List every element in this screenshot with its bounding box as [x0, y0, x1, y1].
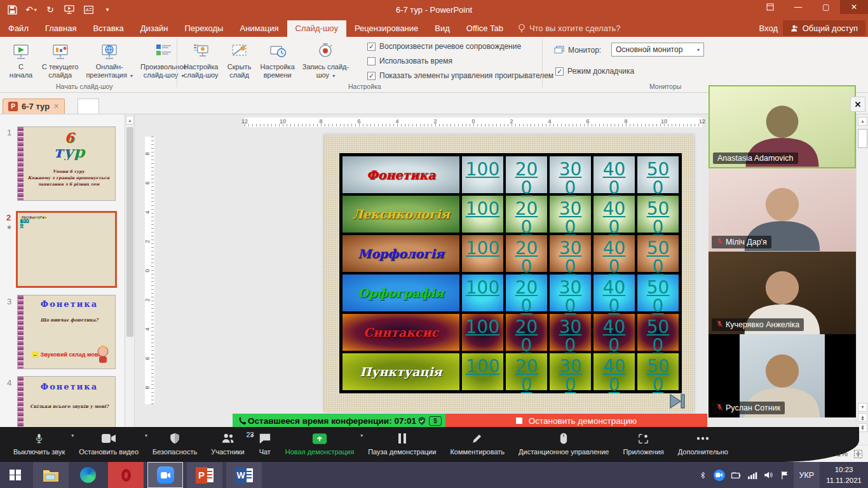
participant-video[interactable]: Руслан Сотник	[709, 334, 856, 417]
checkbox-2[interactable]: Использовать время	[367, 57, 452, 65]
thumbnail-slide-3[interactable]: Фонетика Що вивчає фонетика? ← Звуковий …	[17, 295, 116, 369]
toolbar-mic[interactable]: ▾Выключить звук	[6, 430, 72, 456]
point-link-200[interactable]: 200	[503, 239, 550, 276]
value-cell-морфологія-300[interactable]: 300	[550, 235, 591, 272]
participant-video[interactable]: Anastasia Adamovich	[709, 85, 856, 168]
monitor-select[interactable]: Основной монитор▾	[611, 43, 704, 57]
point-link-400[interactable]: 400	[591, 239, 637, 276]
previous-slide-button[interactable]: ▲▲	[858, 413, 867, 422]
value-cell-лексикологія-200[interactable]: 200	[506, 196, 547, 233]
tab-слайд-шоу[interactable]: Слайд-шоу	[287, 20, 346, 37]
toolbar-shield[interactable]: Безопасность	[146, 430, 204, 456]
point-link-200[interactable]: 200	[503, 357, 550, 395]
value-cell-синтаксис-200[interactable]: 200	[506, 314, 547, 351]
slide-scrollbar[interactable]	[856, 114, 868, 445]
toolbar-pause[interactable]: Пауза демонстрации	[361, 430, 443, 456]
checkbox-3[interactable]: ✓Показать элементы управления проигрыват…	[367, 71, 553, 80]
value-cell-орфографія-300[interactable]: 300	[550, 274, 591, 311]
thumbnail-slide-2[interactable]: Фонетика100200300400500Лексикологія10020…	[16, 211, 117, 288]
toolbar-pencil[interactable]: Комментировать	[443, 430, 512, 456]
taskbar-edge[interactable]	[71, 462, 104, 488]
point-link-400[interactable]: 400	[591, 200, 637, 237]
point-link-400[interactable]: 400	[591, 318, 637, 355]
zoom-tray-icon[interactable]	[711, 470, 728, 481]
point-link-300[interactable]: 300	[547, 278, 593, 316]
tab-close-icon[interactable]: ✕	[53, 102, 59, 111]
value-cell-орфографія-100[interactable]: 100	[462, 274, 503, 311]
shield-check-icon[interactable]	[417, 416, 426, 426]
point-link-100[interactable]: 100	[459, 200, 506, 218]
share-button[interactable]: Общий доступ	[783, 20, 865, 36]
tab-office-tab[interactable]: Office Tab	[458, 20, 512, 37]
scrollbar-thumb[interactable]	[126, 127, 133, 337]
value-cell-фонетика-400[interactable]: 400	[593, 156, 635, 193]
toolbar-people[interactable]: 23▾Участники	[204, 430, 252, 456]
presenter-mode-checkbox[interactable]: ✓ Режим докладчика	[555, 67, 634, 76]
point-link-200[interactable]: 200	[503, 278, 550, 316]
network-signal-icon[interactable]	[744, 471, 761, 479]
value-cell-пунктуація-200[interactable]: 200	[506, 353, 547, 390]
point-link-500[interactable]: 500	[635, 200, 681, 237]
value-cell-морфологія-400[interactable]: 400	[593, 235, 635, 272]
value-cell-фонетика-500[interactable]: 500	[637, 156, 679, 193]
value-cell-морфологія-100[interactable]: 100	[462, 235, 503, 272]
tab-вид[interactable]: Вид	[426, 20, 458, 37]
tab-дизайн[interactable]: Дизайн	[132, 20, 177, 37]
value-cell-лексикологія-300[interactable]: 300	[550, 196, 591, 233]
value-cell-орфографія-200[interactable]: 200	[506, 274, 547, 311]
tab-рецензирование[interactable]: Рецензирование	[346, 20, 426, 37]
thumbnail-slide-1[interactable]: 6 тур Умови 6 туру Кожному з гравців про…	[17, 126, 116, 201]
ribbon-button-setup-screen[interactable]: Настройкаслайд-шоу	[180, 39, 222, 81]
tab-главная[interactable]: Главная	[37, 20, 85, 37]
point-link-500[interactable]: 500	[635, 318, 681, 355]
taskbar-powerpoint[interactable]: P	[187, 462, 222, 488]
value-cell-орфографія-400[interactable]: 400	[593, 274, 635, 311]
tab-вставка[interactable]: Вставка	[85, 20, 132, 37]
ribbon-button-globe-screen[interactable]: Онлайн-презентация ▾	[82, 39, 137, 81]
point-link-400[interactable]: 400	[591, 278, 637, 316]
toolbar-camera[interactable]: ▾Остановить видео	[72, 430, 146, 456]
point-link-500[interactable]: 500	[635, 357, 681, 395]
toolbar-chat[interactable]: Чат	[252, 430, 278, 456]
value-cell-пунктуація-400[interactable]: 400	[593, 353, 635, 390]
point-link-200[interactable]: 200	[503, 200, 550, 237]
bluetooth-icon[interactable]	[695, 470, 711, 480]
value-cell-синтаксис-500[interactable]: 500	[637, 314, 679, 351]
value-cell-пунктуація-300[interactable]: 300	[550, 353, 591, 390]
point-link-100[interactable]: 100	[459, 357, 506, 376]
ribbon-button-timer[interactable]: Настройкавремени	[257, 39, 299, 81]
value-cell-пунктуація-500[interactable]: 500	[637, 353, 679, 390]
start-button[interactable]	[0, 462, 31, 488]
tell-me-box[interactable]: Что вы хотите сделать?	[512, 20, 627, 37]
value-cell-морфологія-200[interactable]: 200	[506, 235, 547, 272]
value-cell-орфографія-500[interactable]: 500	[637, 274, 679, 311]
point-link-200[interactable]: 200	[503, 160, 550, 198]
restore-button[interactable]: ▢	[812, 0, 840, 14]
ribbon-options-button[interactable]	[756, 0, 784, 14]
scroll-up-icon[interactable]: ▲	[126, 116, 134, 125]
action-center-icon[interactable]	[777, 471, 794, 480]
point-link-200[interactable]: 200	[503, 318, 550, 355]
sign-in-link[interactable]: Вход	[753, 19, 784, 37]
volume-icon[interactable]	[761, 471, 777, 479]
new-document-tab[interactable]	[78, 98, 99, 114]
scrollbar-thumb[interactable]	[858, 129, 867, 148]
value-cell-пунктуація-100[interactable]: 100	[462, 353, 503, 390]
scroll-down-button[interactable]: ▼	[858, 403, 867, 412]
value-cell-синтаксис-300[interactable]: 300	[550, 314, 591, 351]
language-indicator[interactable]: УКР	[794, 462, 820, 488]
value-cell-лексикологія-400[interactable]: 400	[593, 196, 635, 233]
tab-переходы[interactable]: Переходы	[176, 20, 231, 37]
value-cell-синтаксис-400[interactable]: 400	[593, 314, 635, 351]
taskbar-file-explorer[interactable]	[33, 462, 69, 488]
taskbar-word[interactable]: W	[226, 462, 262, 488]
next-slide-arrow-button[interactable]	[669, 393, 686, 409]
participant-video[interactable]: Кучерявко Анжеліка	[709, 252, 856, 335]
document-tab[interactable]: P 6-7 тур ✕	[3, 98, 65, 114]
value-cell-лексикологія-500[interactable]: 500	[637, 196, 679, 233]
checkbox-1[interactable]: ✓Воспроизвести речевое сопровождение	[367, 42, 521, 51]
point-link-300[interactable]: 300	[547, 357, 593, 395]
point-link-300[interactable]: 300	[547, 200, 593, 237]
toolbar-share[interactable]: ▾Новая демонстрация	[278, 430, 361, 456]
scroll-up-button[interactable]: ▲	[858, 117, 867, 126]
